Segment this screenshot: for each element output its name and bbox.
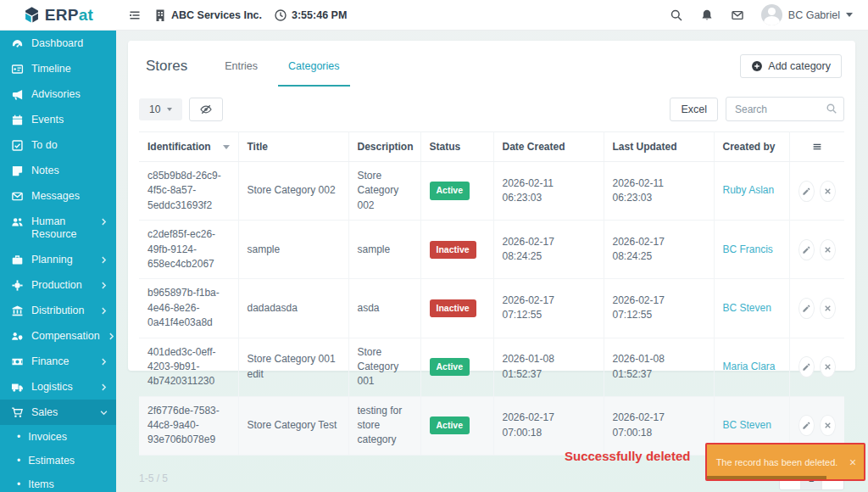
sidebar-item-todo[interactable]: To do [0, 132, 116, 158]
sidebar-item-compensation[interactable]: Compensation [0, 323, 116, 349]
pencil-icon [802, 362, 811, 372]
sidebar-item-events[interactable]: Events [0, 107, 116, 132]
sidebar-item-distribution[interactable]: Distribution [0, 298, 116, 323]
success-annotation-text: Successfully deleted [565, 449, 690, 463]
cell-status: Inactive [420, 279, 493, 338]
edit-button[interactable] [798, 239, 815, 260]
chevron-right-icon [100, 256, 108, 264]
col-header-status[interactable]: Status [420, 132, 493, 162]
avatar [761, 4, 782, 25]
check-square-icon [11, 139, 24, 152]
compensation-icon [11, 330, 24, 343]
brand-logo[interactable]: ERPat [0, 6, 116, 25]
edit-button[interactable] [798, 415, 815, 436]
tabs: Entries Categories [213, 57, 351, 75]
columns-menu-icon [811, 141, 823, 153]
tab-categories[interactable]: Categories [276, 57, 351, 75]
table-controls: 10 Excel [128, 90, 855, 131]
sidebar-item-timeline[interactable]: Timeline [0, 56, 116, 81]
status-badge: Active [430, 182, 470, 199]
tab-entries[interactable]: Entries [213, 57, 270, 75]
company-selector[interactable]: ABC Services Inc. [153, 8, 262, 22]
page-title: Stores [146, 58, 187, 75]
delete-button[interactable] [820, 239, 836, 260]
page-size-select[interactable]: 10 [139, 98, 182, 120]
col-header-identification[interactable]: Identification [139, 132, 238, 162]
table-row: b965897b-f1ba-4e46-8e26-0a41f4e03a8d dad… [139, 279, 844, 338]
chevron-right-icon [100, 307, 108, 315]
edit-button[interactable] [798, 356, 815, 377]
cell-title: sample [238, 221, 348, 279]
search-icon [826, 103, 837, 115]
col-header-actions[interactable] [789, 132, 844, 162]
cell-title: dadadasda [238, 279, 348, 338]
cell-date-created: 2026-02-11 06:23:03 [493, 162, 604, 221]
sidebar-item-dashboard[interactable]: Dashboard [0, 31, 116, 56]
col-header-last-updated[interactable]: Last Updated [604, 132, 714, 162]
created-by-link[interactable]: Ruby Aslan [723, 184, 775, 196]
cell-last-updated: 2026-02-17 07:00:18 [604, 396, 714, 455]
delete-button[interactable] [820, 298, 836, 319]
sidebar-item-finance[interactable]: Finance [0, 349, 116, 374]
toast-close-icon[interactable]: × [842, 456, 864, 469]
delete-button[interactable] [820, 356, 836, 377]
messages-mail-icon[interactable] [731, 8, 744, 22]
notifications-bell-icon[interactable] [700, 8, 714, 22]
delete-button[interactable] [820, 181, 836, 202]
created-by-link[interactable]: Maria Clara [723, 361, 776, 372]
sticky-note-icon [11, 165, 24, 177]
chevron-right-icon [108, 333, 115, 340]
add-category-button[interactable]: Add category [740, 54, 842, 78]
sidebar-item-notes[interactable]: Notes [0, 158, 116, 183]
col-header-created-by[interactable]: Created by [714, 132, 789, 162]
sidebar-item-production[interactable]: Production [0, 272, 116, 298]
col-header-title[interactable]: Title [238, 132, 348, 162]
edit-button[interactable] [798, 298, 815, 319]
production-icon [11, 279, 24, 292]
created-by-link[interactable]: BC Steven [723, 302, 771, 314]
cell-description: testing for store category [348, 396, 420, 455]
cell-created-by: Ruby Aslan [714, 162, 789, 221]
sidebar-subitem-invoices[interactable]: • Invoices [0, 425, 116, 449]
money-bill-icon [11, 355, 24, 368]
search-icon[interactable] [670, 8, 683, 22]
cell-identification: 2f6776de-7583-44c8-9a40-93e706b078e9 [139, 396, 238, 455]
main-content: Stores Entries Categories Add category 1… [116, 31, 868, 492]
created-by-link[interactable]: BC Francis [723, 243, 773, 255]
cell-status: Active [420, 338, 493, 396]
cell-actions [789, 279, 844, 338]
cell-last-updated: 2026-02-11 06:23:03 [604, 162, 714, 221]
cell-actions [789, 221, 844, 279]
chevron-right-icon [100, 218, 108, 226]
cell-identification: b965897b-f1ba-4e46-8e26-0a41f4e03a8d [139, 279, 238, 338]
column-visibility-button[interactable] [189, 98, 223, 121]
sidebar-item-advisories[interactable]: Advisories [0, 81, 116, 107]
sidebar-subitem-estimates[interactable]: • Estimates [0, 449, 116, 472]
col-header-date-created[interactable]: Date Created [493, 132, 604, 162]
cell-date-created: 2026-02-17 07:12:55 [493, 279, 604, 338]
cell-last-updated: 2026-02-17 07:12:55 [604, 279, 714, 338]
edit-button[interactable] [798, 181, 815, 202]
sidebar-item-logistics[interactable]: Logistics [0, 374, 116, 400]
cell-description: asda [348, 279, 420, 338]
delete-button[interactable] [820, 415, 836, 436]
chevron-right-icon [100, 282, 108, 289]
sidebar-item-messages[interactable]: Messages [0, 183, 116, 209]
sidebar-item-human-resource[interactable]: Human Resource [0, 209, 116, 247]
status-badge: Inactive [430, 241, 476, 259]
chevron-right-icon [100, 358, 108, 366]
sidebar-item-sales[interactable]: Sales [0, 400, 116, 425]
created-by-link[interactable]: BC Steven [723, 419, 771, 431]
cell-identification: c2def85f-ec26-49fb-9124-658ec4cb2067 [139, 221, 238, 279]
chevron-down-icon [846, 13, 853, 17]
categories-table: Identification Title Description Status … [139, 131, 844, 456]
user-menu[interactable]: BC Gabriel [761, 4, 853, 25]
menu-toggle-icon[interactable] [128, 8, 142, 22]
excel-export-button[interactable]: Excel [670, 98, 718, 121]
col-header-description[interactable]: Description [348, 132, 420, 162]
cell-created-by: BC Francis [714, 221, 789, 279]
sidebar-subitem-items[interactable]: • Items [0, 472, 116, 492]
sidebar-item-planning[interactable]: Planning [0, 247, 116, 272]
sort-caret-icon [223, 145, 230, 149]
cell-description: sample [348, 221, 420, 279]
